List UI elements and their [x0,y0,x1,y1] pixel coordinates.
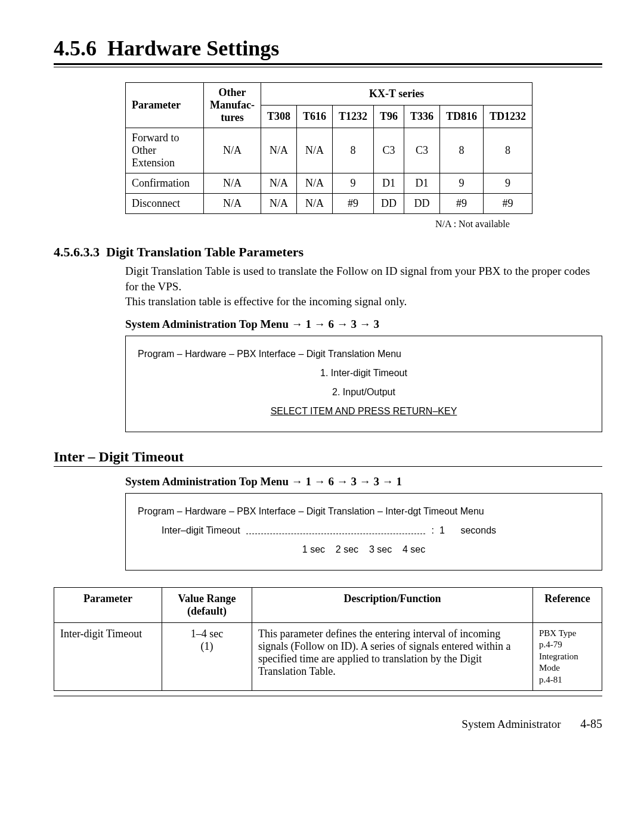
title-text: Hardware Settings [107,36,279,60]
cell: #9 [440,194,484,214]
cell-param: Inter-digit Timeout [54,622,162,691]
na-note: N/A : Not available [435,219,602,230]
cell: N/A [297,173,333,194]
cell: 9 [440,173,484,194]
cell: N/A [261,173,297,194]
menu-path: System Administration Top Menu → 1 → 6 →… [125,475,602,488]
table-row: Confirmation N/A N/A N/A 9 D1 D1 9 9 [126,173,532,194]
cell: D1 [374,173,404,194]
cell: 9 [484,173,532,194]
parameter-table: Parameter Value Range (default) Descript… [54,587,602,692]
terminal-menu-item: 1. Inter-digit Timeout [138,364,590,383]
col-t1232: T1232 [333,106,374,128]
footer-label: System Administrator [462,718,561,730]
terminal-field-value: 1 [439,525,445,535]
cell: N/A [204,194,261,214]
terminal-prompt: SELECT ITEM AND PRESS RETURN–KEY [271,406,457,416]
cell-param: Confirmation [126,173,204,194]
cell: #9 [333,194,374,214]
col-other-manufactures: Other Manufac- tures [204,83,261,128]
section-number: 4.5.6.3.3 [54,244,100,259]
cell-description: This parameter defines the entering inte… [252,622,533,691]
col-td1232: TD1232 [484,106,532,128]
terminal-field-label: Inter–digit Timeout [162,525,240,535]
terminal-breadcrumb: Program – Hardware – PBX Interface – Dig… [138,345,590,364]
terminal-field-unit: seconds [460,525,496,535]
section-title: Digit Translation Table Parameters [106,244,304,259]
col-td816: TD816 [440,106,484,128]
col-parameter: Parameter [126,83,204,128]
page-footer: System Administrator 4-85 [54,717,602,731]
cell-range: 1–4 sec (1) [162,622,252,691]
cell: N/A [261,128,297,173]
table-row: Forward to Other Extension N/A N/A N/A 8… [126,128,532,173]
col-parameter: Parameter [54,587,162,622]
cell: N/A [297,128,333,173]
terminal-box: Program – Hardware – PBX Interface – Dig… [125,336,602,432]
cell: DD [374,194,404,214]
cell-param: Disconnect [126,194,204,214]
table-row: Inter-digit Timeout 1–4 sec (1) This par… [54,622,602,691]
title-rule [54,63,602,67]
footer-page-number: 4-85 [580,717,602,730]
col-t308: T308 [261,106,297,128]
cell: 8 [440,128,484,173]
cell: N/A [297,194,333,214]
cell: D1 [404,173,440,194]
terminal-separator: : [432,525,434,535]
cell: N/A [204,128,261,173]
col-t336: T336 [404,106,440,128]
cell: N/A [204,173,261,194]
col-description: Description/Function [252,587,533,622]
cell: 8 [333,128,374,173]
section-paragraph: Digit Translation Table is used to trans… [125,263,596,294]
table-row: Disconnect N/A N/A N/A #9 DD DD #9 #9 [126,194,532,214]
subsection-heading: Inter – Digit Timeout [54,449,602,467]
cell: C3 [374,128,404,173]
section-heading: 4.5.6.3.3 Digit Translation Table Parame… [54,244,602,260]
col-t96: T96 [374,106,404,128]
terminal-options: 1 sec 2 sec 3 sec 4 sec [138,540,590,559]
col-value-range: Value Range (default) [162,587,252,622]
title-number: 4.5.6 [54,36,97,60]
col-reference: Reference [533,587,602,622]
cell: 8 [484,128,532,173]
section-paragraph: This translation table is effective for … [125,294,596,309]
menu-path: System Administration Top Menu → 1 → 6 →… [125,318,602,331]
cell: N/A [261,194,297,214]
col-kx-group: KX-T series [261,83,532,106]
cell: #9 [484,194,532,214]
terminal-menu-item: 2. Input/Output [138,383,590,402]
col-t616: T616 [297,106,333,128]
cell: 9 [333,173,374,194]
kx-series-table: Parameter Other Manufac- tures KX-T seri… [125,82,532,214]
horizontal-rule [54,696,602,696]
terminal-box: Program – Hardware – PBX Interface – Dig… [125,493,602,571]
cell-reference: PBX Type p.4-79 Integration Mode p.4-81 [533,622,602,691]
cell-param: Forward to Other Extension [126,128,204,173]
dashed-line [246,528,425,534]
page-title: 4.5.6 Hardware Settings [54,36,602,61]
cell: C3 [404,128,440,173]
cell: DD [404,194,440,214]
terminal-breadcrumb: Program – Hardware – PBX Interface – Dig… [138,502,590,521]
